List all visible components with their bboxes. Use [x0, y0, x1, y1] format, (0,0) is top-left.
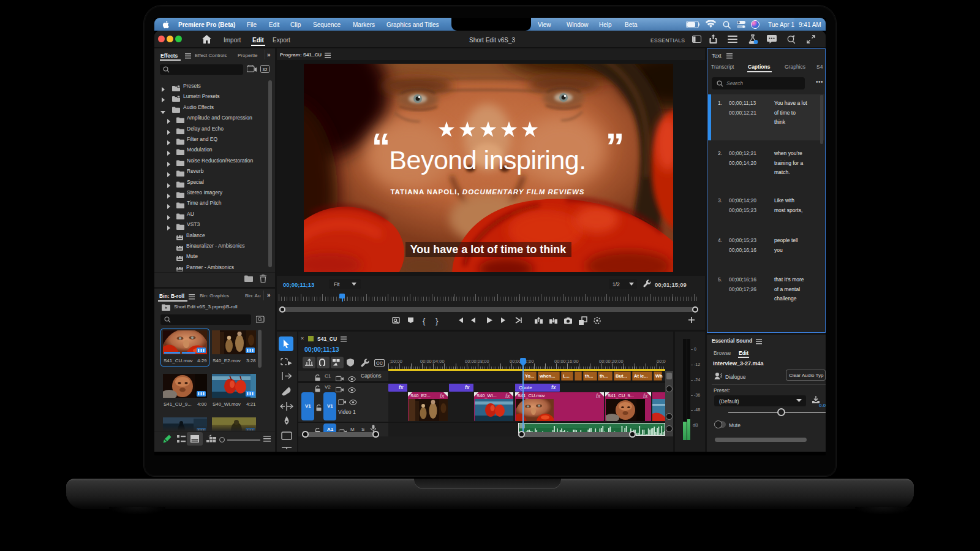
svg-text:”: ”: [606, 125, 625, 167]
svg-text:}: }: [435, 316, 439, 325]
svg-text:{: {: [423, 316, 426, 325]
svg-text:TATIANA NAPOLI, DOCUMENTARY FI: TATIANA NAPOLI, DOCUMENTARY FILM REVIEWS: [390, 188, 584, 196]
svg-text:“: “: [372, 125, 391, 167]
svg-text:Beyond inspiring.: Beyond inspiring.: [389, 145, 586, 175]
svg-text:32: 32: [263, 67, 268, 72]
svg-text:You have a lot of time to thin: You have a lot of time to think: [410, 243, 567, 256]
svg-text:CC: CC: [376, 360, 383, 366]
